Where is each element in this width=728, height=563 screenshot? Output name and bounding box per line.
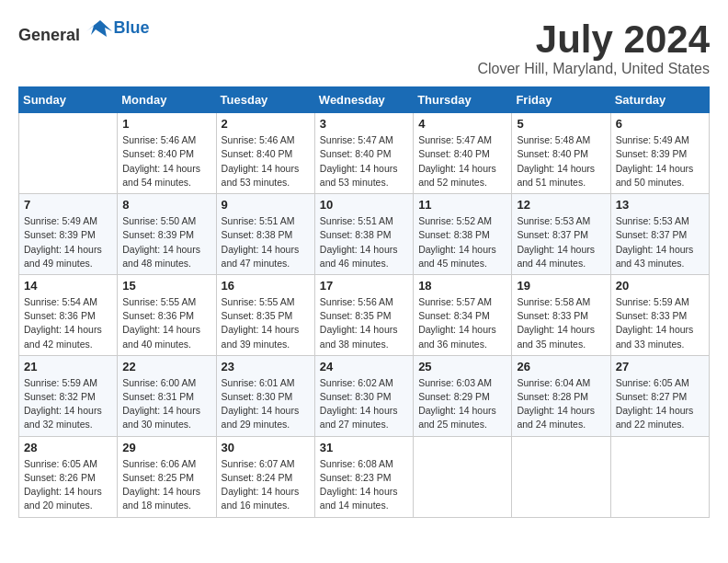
day-info: Sunrise: 6:07 AM Sunset: 8:24 PM Dayligh…	[222, 457, 310, 513]
svg-marker-0	[86, 20, 112, 37]
day-number: 17	[320, 279, 408, 293]
day-number: 29	[122, 441, 210, 454]
calendar-subtitle: Clover Hill, Maryland, United States	[477, 61, 710, 77]
day-number: 13	[616, 198, 704, 212]
calendar-cell	[610, 436, 709, 517]
day-number: 26	[517, 360, 605, 373]
calendar-cell: 31Sunrise: 6:08 AM Sunset: 8:23 PM Dayli…	[314, 436, 413, 517]
logo-blue: Blue	[114, 18, 150, 38]
calendar-cell: 29Sunrise: 6:06 AM Sunset: 8:25 PM Dayli…	[118, 436, 216, 517]
day-info: Sunrise: 6:00 AM Sunset: 8:31 PM Dayligh…	[122, 376, 210, 432]
calendar-cell: 1Sunrise: 5:46 AM Sunset: 8:40 PM Daylig…	[118, 113, 216, 194]
day-info: Sunrise: 6:04 AM Sunset: 8:28 PM Dayligh…	[517, 376, 605, 432]
day-number: 1	[122, 117, 210, 131]
calendar-cell: 17Sunrise: 5:56 AM Sunset: 8:35 PM Dayli…	[314, 274, 413, 355]
day-number: 12	[517, 198, 605, 212]
calendar-cell: 8Sunrise: 5:50 AM Sunset: 8:39 PM Daylig…	[118, 194, 216, 275]
calendar-cell: 12Sunrise: 5:53 AM Sunset: 8:37 PM Dayli…	[512, 194, 610, 275]
calendar-cell: 22Sunrise: 6:00 AM Sunset: 8:31 PM Dayli…	[118, 355, 216, 436]
day-info: Sunrise: 5:46 AM Sunset: 8:40 PM Dayligh…	[122, 133, 210, 190]
day-info: Sunrise: 6:03 AM Sunset: 8:29 PM Dayligh…	[418, 376, 506, 432]
calendar-cell: 5Sunrise: 5:48 AM Sunset: 8:40 PM Daylig…	[512, 113, 610, 194]
calendar-cell: 25Sunrise: 6:03 AM Sunset: 8:29 PM Dayli…	[414, 355, 512, 436]
calendar-cell: 23Sunrise: 6:01 AM Sunset: 8:30 PM Dayli…	[216, 355, 314, 436]
day-info: Sunrise: 5:55 AM Sunset: 8:36 PM Dayligh…	[122, 295, 210, 351]
logo-bird-icon	[86, 18, 114, 40]
calendar-cell: 9Sunrise: 5:51 AM Sunset: 8:38 PM Daylig…	[216, 194, 314, 275]
title-area: July 2024 Clover Hill, Maryland, United …	[477, 18, 710, 77]
week-row-4: 21Sunrise: 5:59 AM Sunset: 8:32 PM Dayli…	[19, 355, 710, 436]
day-info: Sunrise: 5:46 AM Sunset: 8:40 PM Dayligh…	[222, 133, 310, 190]
day-number: 18	[418, 279, 506, 293]
day-number: 31	[320, 441, 408, 454]
calendar-cell: 16Sunrise: 5:55 AM Sunset: 8:35 PM Dayli…	[216, 274, 314, 355]
day-info: Sunrise: 5:52 AM Sunset: 8:38 PM Dayligh…	[418, 214, 506, 270]
calendar-cell: 18Sunrise: 5:57 AM Sunset: 8:34 PM Dayli…	[414, 274, 512, 355]
day-number: 27	[616, 360, 704, 373]
col-header-thursday: Thursday	[414, 87, 512, 113]
day-number: 22	[122, 360, 210, 373]
day-info: Sunrise: 5:49 AM Sunset: 8:39 PM Dayligh…	[616, 133, 704, 190]
day-number: 10	[320, 198, 408, 212]
day-number: 25	[418, 360, 506, 373]
day-info: Sunrise: 6:05 AM Sunset: 8:26 PM Dayligh…	[24, 457, 112, 513]
col-header-wednesday: Wednesday	[314, 87, 413, 113]
day-info: Sunrise: 6:05 AM Sunset: 8:27 PM Dayligh…	[616, 376, 704, 432]
calendar-cell: 20Sunrise: 5:59 AM Sunset: 8:33 PM Dayli…	[610, 274, 709, 355]
day-info: Sunrise: 5:49 AM Sunset: 8:39 PM Dayligh…	[24, 214, 112, 270]
day-number: 4	[418, 117, 506, 131]
col-header-saturday: Saturday	[610, 87, 709, 113]
logo-text: General	[18, 18, 114, 45]
calendar-cell	[19, 113, 118, 194]
day-number: 16	[222, 279, 310, 293]
calendar-cell: 24Sunrise: 6:02 AM Sunset: 8:30 PM Dayli…	[314, 355, 413, 436]
day-number: 20	[616, 279, 704, 293]
day-number: 11	[418, 198, 506, 212]
day-info: Sunrise: 5:58 AM Sunset: 8:33 PM Dayligh…	[517, 295, 605, 351]
calendar-cell: 6Sunrise: 5:49 AM Sunset: 8:39 PM Daylig…	[610, 113, 709, 194]
day-info: Sunrise: 5:54 AM Sunset: 8:36 PM Dayligh…	[24, 295, 112, 351]
col-header-monday: Monday	[118, 87, 216, 113]
day-info: Sunrise: 6:02 AM Sunset: 8:30 PM Dayligh…	[320, 376, 408, 432]
day-number: 30	[222, 441, 310, 454]
calendar-cell: 10Sunrise: 5:51 AM Sunset: 8:38 PM Dayli…	[314, 194, 413, 275]
calendar-table: SundayMondayTuesdayWednesdayThursdayFrid…	[18, 86, 710, 517]
calendar-title: July 2024	[477, 18, 710, 61]
calendar-cell: 28Sunrise: 6:05 AM Sunset: 8:26 PM Dayli…	[19, 436, 118, 517]
day-info: Sunrise: 5:59 AM Sunset: 8:32 PM Dayligh…	[24, 376, 112, 432]
col-header-friday: Friday	[512, 87, 610, 113]
col-header-tuesday: Tuesday	[216, 87, 314, 113]
day-info: Sunrise: 5:56 AM Sunset: 8:35 PM Dayligh…	[320, 295, 408, 351]
day-number: 28	[24, 441, 112, 454]
day-info: Sunrise: 5:55 AM Sunset: 8:35 PM Dayligh…	[222, 295, 310, 351]
calendar-cell: 26Sunrise: 6:04 AM Sunset: 8:28 PM Dayli…	[512, 355, 610, 436]
day-number: 21	[24, 360, 112, 373]
day-number: 5	[517, 117, 605, 131]
logo-general: General	[18, 26, 80, 44]
page-header: General Blue July 2024 Clover Hill, Mary…	[18, 18, 710, 77]
day-number: 15	[122, 279, 210, 293]
day-number: 19	[517, 279, 605, 293]
col-header-sunday: Sunday	[19, 87, 118, 113]
day-info: Sunrise: 5:47 AM Sunset: 8:40 PM Dayligh…	[320, 133, 408, 190]
day-info: Sunrise: 5:53 AM Sunset: 8:37 PM Dayligh…	[517, 214, 605, 270]
day-number: 2	[222, 117, 310, 131]
calendar-cell	[414, 436, 512, 517]
day-number: 6	[616, 117, 704, 131]
calendar-cell: 21Sunrise: 5:59 AM Sunset: 8:32 PM Dayli…	[19, 355, 118, 436]
calendar-cell: 27Sunrise: 6:05 AM Sunset: 8:27 PM Dayli…	[610, 355, 709, 436]
week-row-2: 7Sunrise: 5:49 AM Sunset: 8:39 PM Daylig…	[19, 194, 710, 275]
calendar-cell: 3Sunrise: 5:47 AM Sunset: 8:40 PM Daylig…	[314, 113, 413, 194]
day-info: Sunrise: 5:51 AM Sunset: 8:38 PM Dayligh…	[320, 214, 408, 270]
calendar-cell: 11Sunrise: 5:52 AM Sunset: 8:38 PM Dayli…	[414, 194, 512, 275]
calendar-cell: 30Sunrise: 6:07 AM Sunset: 8:24 PM Dayli…	[216, 436, 314, 517]
day-number: 14	[24, 279, 112, 293]
calendar-cell: 15Sunrise: 5:55 AM Sunset: 8:36 PM Dayli…	[118, 274, 216, 355]
week-row-1: 1Sunrise: 5:46 AM Sunset: 8:40 PM Daylig…	[19, 113, 710, 194]
week-row-3: 14Sunrise: 5:54 AM Sunset: 8:36 PM Dayli…	[19, 274, 710, 355]
calendar-cell: 14Sunrise: 5:54 AM Sunset: 8:36 PM Dayli…	[19, 274, 118, 355]
calendar-cell: 4Sunrise: 5:47 AM Sunset: 8:40 PM Daylig…	[414, 113, 512, 194]
day-info: Sunrise: 5:48 AM Sunset: 8:40 PM Dayligh…	[517, 133, 605, 190]
day-number: 7	[24, 198, 112, 212]
calendar-cell: 2Sunrise: 5:46 AM Sunset: 8:40 PM Daylig…	[216, 113, 314, 194]
